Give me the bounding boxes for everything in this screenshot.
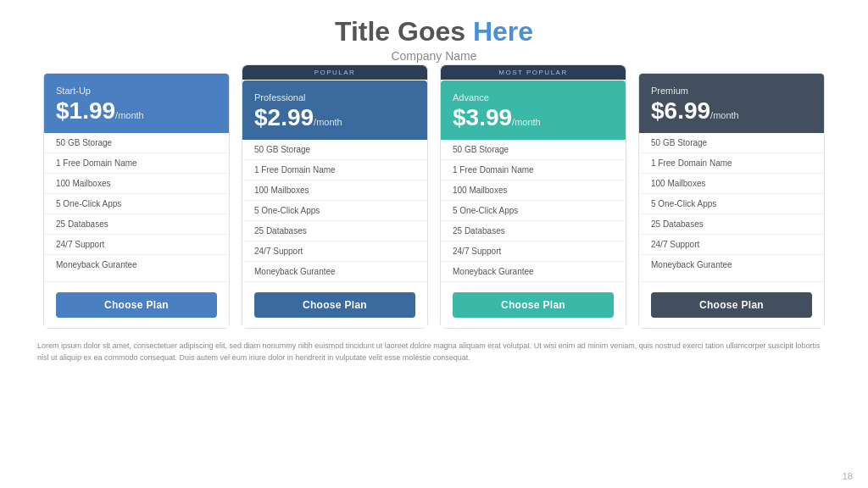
feature-item: 50 GB Storage <box>44 133 229 153</box>
badge-advance: MOST POPULAR <box>441 65 626 80</box>
plan-name-premium: Premium <box>651 86 812 96</box>
feature-item: 1 Free Domain Name <box>639 153 824 174</box>
feature-item: 25 Databases <box>242 221 427 241</box>
feature-item: 1 Free Domain Name <box>242 160 427 180</box>
feature-item: Moneyback Gurantee <box>44 255 229 274</box>
feature-item: Moneyback Gurantee <box>639 255 824 274</box>
plan-card-startup: Start-Up $1.99/month 50 GB Storage1 Free… <box>43 73 230 329</box>
header: Title Goes Here Company Name <box>335 15 533 63</box>
plan-name-advance: Advance <box>453 92 614 103</box>
page-title: Title Goes Here <box>335 15 533 47</box>
choose-plan-button-professional[interactable]: Choose Plan <box>254 292 415 318</box>
feature-item: 24/7 Support <box>242 241 427 262</box>
feature-item: 24/7 Support <box>441 241 626 262</box>
plan-header-premium: Premium $6.99/month <box>639 74 824 133</box>
choose-plan-button-advance[interactable]: Choose Plan <box>453 292 614 318</box>
plan-period-premium: /month <box>710 110 739 120</box>
subtitle: Company Name <box>335 49 533 63</box>
feature-item: 25 Databases <box>44 214 229 235</box>
plan-name-startup: Start-Up <box>56 86 217 96</box>
plan-features-advance: 50 GB Storage1 Free Domain Name100 Mailb… <box>441 140 626 281</box>
plan-period-professional: /month <box>314 117 342 127</box>
feature-item: 24/7 Support <box>639 235 824 255</box>
plan-period-advance: /month <box>512 117 541 127</box>
plan-header-advance: Advance $3.99/month <box>441 80 626 140</box>
page: Title Goes Here Company Name Start-Up $1… <box>0 0 868 488</box>
plan-price-advance: $3.99/month <box>453 106 614 130</box>
plan-footer-professional: Choose Plan <box>242 281 427 328</box>
plan-footer-startup: Choose Plan <box>44 281 229 328</box>
feature-item: 100 Mailboxes <box>242 180 427 201</box>
title-highlight: Here <box>473 16 533 47</box>
feature-item: 5 One-Click Apps <box>441 201 626 221</box>
plan-price-professional: $2.99/month <box>254 106 415 130</box>
feature-item: 5 One-Click Apps <box>242 201 427 221</box>
plan-period-startup: /month <box>115 110 144 120</box>
badge-professional: POPULAR <box>242 65 427 80</box>
page-number: 18 <box>843 471 853 481</box>
feature-item: Moneyback Gurantee <box>242 262 427 281</box>
choose-plan-button-startup[interactable]: Choose Plan <box>56 292 217 318</box>
plan-price-startup: $1.99/month <box>56 99 217 123</box>
feature-item: 25 Databases <box>441 221 626 241</box>
feature-item: 1 Free Domain Name <box>441 160 626 180</box>
feature-item: 50 GB Storage <box>639 133 824 153</box>
feature-item: 25 Databases <box>639 214 824 235</box>
plan-card-advance: MOST POPULAR Advance $3.99/month 50 GB S… <box>440 64 626 329</box>
feature-item: 24/7 Support <box>44 235 229 255</box>
plan-footer-advance: Choose Plan <box>441 281 626 328</box>
feature-item: 5 One-Click Apps <box>639 194 824 214</box>
plan-features-startup: 50 GB Storage1 Free Domain Name100 Mailb… <box>44 133 229 281</box>
plan-features-professional: 50 GB Storage1 Free Domain Name100 Mailb… <box>242 140 427 281</box>
plan-price-premium: $6.99/month <box>651 99 812 123</box>
plan-card-professional: POPULAR Professional $2.99/month 50 GB S… <box>242 64 428 329</box>
plan-header-professional: Professional $2.99/month <box>242 80 427 140</box>
plan-header-startup: Start-Up $1.99/month <box>44 74 229 133</box>
plans-container: Start-Up $1.99/month 50 GB Storage1 Free… <box>34 73 834 329</box>
footer-text: Lorem ipsum dolor sit amet, consectetuer… <box>34 341 834 363</box>
plan-footer-premium: Choose Plan <box>639 281 824 328</box>
feature-item: 5 One-Click Apps <box>44 194 229 214</box>
plan-name-professional: Professional <box>254 92 415 103</box>
choose-plan-button-premium[interactable]: Choose Plan <box>651 292 812 318</box>
feature-item: 50 GB Storage <box>441 140 626 160</box>
title-plain: Title Goes <box>335 16 473 47</box>
feature-item: 100 Mailboxes <box>441 180 626 201</box>
feature-item: 1 Free Domain Name <box>44 153 229 174</box>
plan-features-premium: 50 GB Storage1 Free Domain Name100 Mailb… <box>639 133 824 281</box>
feature-item: Moneyback Gurantee <box>441 262 626 281</box>
plan-card-premium: Premium $6.99/month 50 GB Storage1 Free … <box>638 73 825 329</box>
feature-item: 100 Mailboxes <box>44 174 229 194</box>
feature-item: 100 Mailboxes <box>639 174 824 194</box>
feature-item: 50 GB Storage <box>242 140 427 160</box>
